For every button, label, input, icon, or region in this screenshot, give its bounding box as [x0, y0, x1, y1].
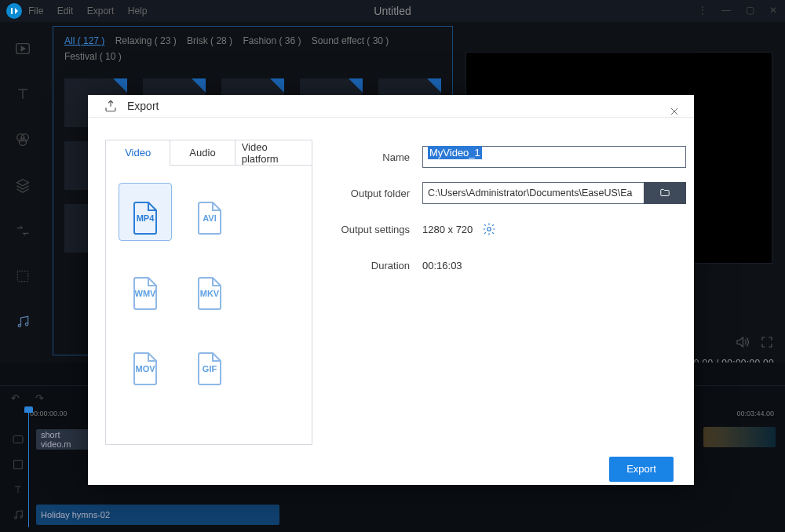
export-dialog: Export Video Audio Video platform MP4 AV…: [88, 95, 694, 485]
track-text-icon[interactable]: [6, 484, 30, 495]
export-dialog-title: Export: [127, 100, 159, 112]
tool-filter-icon[interactable]: [13, 130, 32, 149]
resolution-value: 1280 x 720: [422, 224, 473, 235]
browse-folder-button[interactable]: [644, 182, 686, 204]
menu-file[interactable]: File: [28, 5, 43, 16]
asset-tag[interactable]: Brisk ( 28 ): [187, 35, 232, 46]
asset-tag[interactable]: Sound effect ( 30 ): [312, 35, 389, 46]
svg-rect-8: [14, 461, 23, 469]
fullscreen-icon[interactable]: [760, 335, 774, 352]
output-folder-label: Output folder: [338, 188, 422, 199]
window-minimize-icon[interactable]: —: [719, 3, 733, 17]
app-menubar: File Edit Export Help: [28, 5, 158, 16]
format-mov[interactable]: MOV: [119, 333, 172, 392]
window-close-icon[interactable]: ✕: [766, 3, 780, 17]
app-logo-icon: [6, 3, 22, 19]
name-value: MyVideo_1: [428, 146, 482, 159]
asset-tag[interactable]: Fashion ( 36 ): [243, 35, 301, 46]
tool-text-icon[interactable]: [13, 85, 32, 104]
tool-element-icon[interactable]: [13, 267, 32, 286]
format-avi[interactable]: AVI: [183, 183, 236, 241]
gear-icon[interactable]: [482, 222, 496, 236]
duration-label: Duration: [338, 260, 422, 271]
format-mp4[interactable]: MP4: [119, 183, 172, 241]
asset-tag[interactable]: Relaxing ( 23 ): [115, 35, 177, 46]
svg-point-11: [487, 228, 491, 231]
tl-redo-icon[interactable]: ↷: [35, 392, 44, 404]
duration-value: 00:16:03: [422, 260, 462, 271]
name-label: Name: [338, 151, 422, 163]
tool-transition-icon[interactable]: [13, 221, 32, 240]
svg-rect-4: [17, 271, 27, 281]
output-settings-label: Output settings: [338, 224, 422, 235]
export-button[interactable]: Export: [609, 457, 674, 482]
name-input[interactable]: MyVideo_1: [422, 146, 686, 168]
tab-audio[interactable]: Audio: [170, 140, 235, 166]
tool-music-icon[interactable]: [13, 312, 32, 331]
asset-tag[interactable]: Festival ( 10 ): [64, 51, 122, 62]
format-grid: MP4 AVI WMV MKV MOV: [105, 166, 312, 445]
window-more-icon[interactable]: ⋮: [696, 3, 710, 17]
ruler-tick: 00:03:44.00: [736, 410, 774, 417]
track-audio-icon[interactable]: [6, 508, 30, 521]
track-overlay-icon[interactable]: [6, 458, 30, 471]
tool-overlay-icon[interactable]: [13, 176, 32, 195]
svg-point-3: [19, 138, 26, 145]
tl-undo-icon[interactable]: ↶: [11, 392, 20, 404]
asset-tag-all[interactable]: All ( 127 ): [64, 35, 104, 46]
audio-clip[interactable]: Holiday hymns-02: [36, 505, 279, 525]
tab-video-platform[interactable]: Video platform: [236, 140, 312, 166]
svg-rect-7: [13, 435, 23, 443]
format-wmv[interactable]: WMV: [119, 258, 172, 316]
close-icon[interactable]: [667, 104, 681, 118]
svg-point-5: [18, 324, 20, 326]
video-clip[interactable]: [703, 427, 776, 447]
export-icon: [104, 99, 118, 113]
menu-help[interactable]: Help: [128, 5, 148, 16]
folder-icon: [658, 188, 672, 199]
output-folder-input[interactable]: C:\Users\Administrator\Documents\EaseUS\…: [422, 182, 644, 204]
menu-export[interactable]: Export: [87, 5, 115, 16]
tool-media-icon[interactable]: [13, 39, 32, 58]
svg-point-9: [14, 517, 16, 519]
format-mkv[interactable]: MKV: [183, 258, 236, 316]
tab-video[interactable]: Video: [106, 140, 170, 166]
window-maximize-icon[interactable]: ▢: [743, 3, 757, 17]
window-title: Untitled: [374, 5, 411, 17]
ruler-tick: 00:00:00.00: [30, 410, 68, 417]
svg-point-6: [25, 323, 27, 326]
svg-point-10: [20, 516, 23, 518]
svg-point-2: [21, 134, 28, 141]
format-gif[interactable]: GIF: [183, 333, 236, 392]
menu-edit[interactable]: Edit: [57, 5, 74, 16]
volume-icon[interactable]: [735, 335, 749, 352]
track-video-icon[interactable]: [6, 433, 30, 446]
